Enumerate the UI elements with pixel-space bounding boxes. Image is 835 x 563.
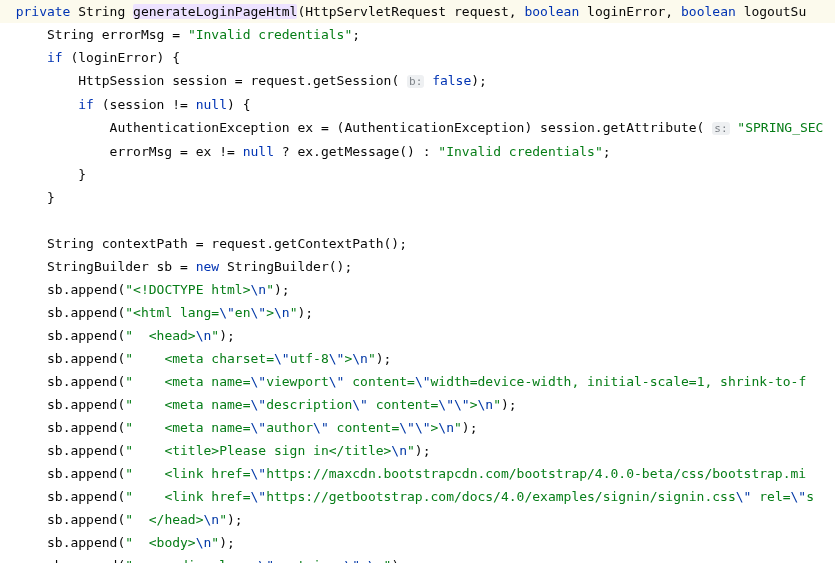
- string-literal: "Invalid credentials": [438, 144, 602, 159]
- method-name: generateLoginPageHtml: [133, 4, 297, 19]
- param-loginError: loginError: [587, 4, 665, 19]
- code-editor[interactable]: private String generateLoginPageHtml(Htt…: [0, 0, 835, 563]
- string-literal: "SPRING_SEC: [737, 120, 823, 135]
- keyword-if: if: [78, 97, 94, 112]
- var-sb: sb: [47, 512, 63, 527]
- method-append: append: [70, 351, 117, 366]
- keyword-null: null: [196, 97, 227, 112]
- var-sb: sb: [47, 420, 63, 435]
- keyword-if: if: [47, 50, 63, 65]
- method-getMessage: getMessage: [321, 144, 399, 159]
- string-literal: " </head>\n": [125, 512, 227, 527]
- var-sb: sb: [47, 305, 63, 320]
- string-literal: " <meta name=\"viewport\" content=\"widt…: [125, 374, 806, 389]
- string-literal: " <title>Please sign in</title>\n": [125, 443, 415, 458]
- string-literal: " <meta name=\"description\" content=\"\…: [125, 397, 501, 412]
- type-httpsession: HttpSession: [78, 73, 164, 88]
- string-literal: " <head>\n": [125, 328, 219, 343]
- var-session: session: [172, 73, 227, 88]
- var-sb: sb: [47, 443, 63, 458]
- string-literal: "Invalid credentials": [188, 27, 352, 42]
- var-errorMsg: errorMsg: [102, 27, 165, 42]
- var-request: request: [211, 236, 266, 251]
- type-string: String: [47, 27, 94, 42]
- type-request: HttpServletRequest: [305, 4, 446, 19]
- var-sb: sb: [47, 397, 63, 412]
- method-append: append: [70, 328, 117, 343]
- var-errorMsg: errorMsg: [110, 144, 173, 159]
- string-literal: "<html lang=\"en\">\n": [125, 305, 297, 320]
- var-sb: sb: [47, 374, 63, 389]
- literal-false: false: [432, 73, 471, 88]
- var-session: session: [110, 97, 165, 112]
- var-sb: sb: [47, 558, 63, 563]
- string-literal: " <link href=\"https://maxcdn.bootstrapc…: [125, 466, 806, 481]
- var-sb: sb: [47, 535, 63, 550]
- var-sb: sb: [47, 328, 63, 343]
- var-sb: sb: [47, 489, 63, 504]
- string-literal: " <body>\n": [125, 535, 219, 550]
- var-sb: sb: [157, 259, 173, 274]
- var-ex: ex: [297, 120, 313, 135]
- method-append: append: [70, 443, 117, 458]
- method-getSession: getSession: [313, 73, 391, 88]
- string-literal: " <meta name=\"author\" content=\"\">\n": [125, 420, 462, 435]
- var-loginError: loginError: [78, 50, 156, 65]
- string-literal: " <div class=\"container\">\n": [125, 558, 391, 563]
- var-sb: sb: [47, 351, 63, 366]
- method-append: append: [70, 512, 117, 527]
- type-stringbuilder: StringBuilder: [227, 259, 329, 274]
- string-literal: " <meta charset=\"utf-8\">\n": [125, 351, 375, 366]
- var-contextPath: contextPath: [102, 236, 188, 251]
- method-getContextPath: getContextPath: [274, 236, 384, 251]
- string-literal: " <link href=\"https://getbootstrap.com/…: [125, 489, 814, 504]
- var-session: session: [540, 120, 595, 135]
- type-string: String: [78, 4, 125, 19]
- param-request: request: [454, 4, 509, 19]
- method-getAttribute: getAttribute: [603, 120, 697, 135]
- string-literal: "<!DOCTYPE html>\n": [125, 282, 274, 297]
- var-request: request: [250, 73, 305, 88]
- param-logoutSuccess: logoutSu: [744, 4, 807, 19]
- var-ex: ex: [297, 144, 313, 159]
- method-append: append: [70, 374, 117, 389]
- param-hint-s: s:: [712, 122, 729, 135]
- keyword-private: private: [16, 4, 71, 19]
- keyword-new: new: [196, 259, 219, 274]
- keyword-null: null: [243, 144, 274, 159]
- keyword-boolean: boolean: [524, 4, 579, 19]
- var-sb: sb: [47, 466, 63, 481]
- var-sb: sb: [47, 282, 63, 297]
- method-append: append: [70, 535, 117, 550]
- method-append: append: [70, 558, 117, 563]
- method-append: append: [70, 466, 117, 481]
- method-append: append: [70, 397, 117, 412]
- type-authexception: AuthenticationException: [110, 120, 290, 135]
- method-append: append: [70, 420, 117, 435]
- method-append: append: [70, 489, 117, 504]
- param-hint-b: b:: [407, 75, 424, 88]
- type-authexception: AuthenticationException: [344, 120, 524, 135]
- type-stringbuilder: StringBuilder: [47, 259, 149, 274]
- keyword-boolean: boolean: [681, 4, 736, 19]
- method-append: append: [70, 305, 117, 320]
- type-string: String: [47, 236, 94, 251]
- method-append: append: [70, 282, 117, 297]
- code-content[interactable]: private String generateLoginPageHtml(Htt…: [0, 0, 835, 563]
- var-ex: ex: [196, 144, 212, 159]
